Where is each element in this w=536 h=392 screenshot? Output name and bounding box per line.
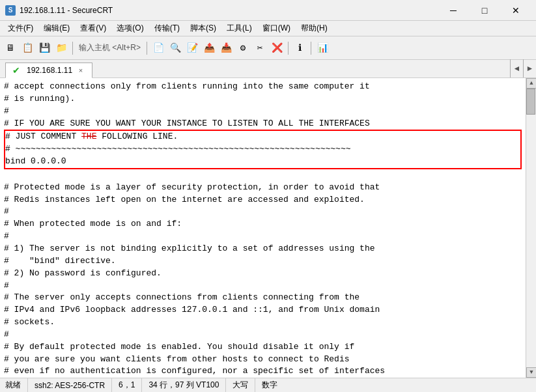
terminal-line: # ~~~~~~~~~~~~~~~~~~~~~~~~~~~~~~~~~~~~~~… [4, 143, 522, 156]
terminal-line: # IF YOU ARE SURE YOU WANT YOUR INSTANCE… [4, 118, 522, 130]
terminal-content[interactable]: # accept connections only from clients r… [0, 78, 526, 378]
terminal-line: # JUST COMMENT THE FOLLOWING LINE. [4, 130, 522, 143]
terminal-line: # 1) The server is not binding explicitl… [4, 243, 522, 255]
tab-bar: ✔ 192.168.1.11 × ◄ ► [0, 60, 536, 78]
status-connection-text: 就绪 [5, 380, 21, 391]
toolbar-input-area: 输入主机 <Alt+R> [79, 42, 143, 53]
app-icon: S [5, 5, 16, 16]
toolbar-btn-7[interactable]: 📝 [184, 40, 200, 56]
tab-check-icon: ✔ [12, 65, 20, 76]
toolbar-btn-1[interactable]: 🖥 [3, 40, 18, 56]
status-info-text: 34 行，97 列 VT100 [148, 380, 219, 391]
terminal-line: # The server only accepts connections fr… [4, 292, 522, 304]
toolbar-btn-13[interactable]: ℹ [292, 40, 307, 56]
terminal-line: # 2) No password is configured. [4, 268, 522, 280]
terminal-line: # even if no authentication is configure… [4, 365, 522, 378]
toolbar-sep-3 [288, 42, 289, 55]
maximize-button[interactable]: □ [470, 0, 500, 21]
window-controls: ─ □ ✕ [438, 0, 531, 21]
status-mode1-text: 大写 [233, 380, 248, 391]
status-encryption: ssh2: AES-256-CTR [28, 378, 112, 392]
tab-session[interactable]: ✔ 192.168.1.11 × [5, 63, 92, 78]
toolbar-btn-4[interactable]: 📁 [53, 40, 69, 56]
status-position: 6，1 [112, 378, 142, 392]
tab-next-btn[interactable]: ► [523, 59, 536, 77]
scrollbar-thumb[interactable] [526, 89, 535, 115]
toolbar-btn-12[interactable]: ❌ [269, 40, 285, 56]
toolbar-btn-3[interactable]: 💾 [36, 40, 52, 56]
scrollbar-down-btn[interactable]: ▼ [526, 367, 536, 378]
toolbar-btn-14[interactable]: 📊 [315, 40, 330, 56]
status-mode1: 大写 [226, 378, 255, 392]
scrollbar-track [526, 89, 536, 367]
menu-transfer[interactable]: 传输(T) [149, 21, 185, 36]
toolbar-btn-6[interactable]: 🔍 [167, 40, 183, 56]
toolbar-sep-1 [72, 42, 73, 55]
terminal-line: # sockets. [4, 316, 522, 329]
tab-close-btn[interactable]: × [76, 66, 85, 75]
toolbar-btn-11[interactable]: ✂ [252, 40, 268, 56]
tab-label: 192.168.1.11 [27, 66, 72, 75]
menu-file[interactable]: 文件(F) [3, 21, 38, 36]
terminal-wrapper: # accept connections only from clients r… [0, 78, 536, 378]
terminal-line: # accept connections only from clients r… [4, 81, 522, 93]
scrollbar: ▲ ▼ [526, 78, 536, 378]
menu-view[interactable]: 查看(V) [75, 21, 111, 36]
menu-script[interactable]: 脚本(S) [185, 21, 221, 36]
status-connection: 就绪 [5, 378, 28, 392]
status-mode2: 数字 [255, 378, 284, 392]
terminal-line: # IPv4 and IPv6 loopback addresses 127.0… [4, 304, 522, 316]
terminal-line: # When protected mode is on and if: [4, 218, 522, 231]
toolbar-btn-5[interactable]: 📄 [150, 40, 166, 56]
terminal-line: # "bind" directive. [4, 255, 522, 268]
terminal-line: # [4, 231, 522, 243]
terminal-line [4, 169, 522, 182]
terminal-line: # you are sure you want clients from oth… [4, 354, 522, 366]
close-button[interactable]: ✕ [501, 0, 531, 21]
terminal-line: # [4, 280, 522, 292]
toolbar-input-label: 输入主机 <Alt+R> [79, 42, 141, 53]
status-info: 34 行，97 列 VT100 [142, 378, 226, 392]
tab-prev-btn[interactable]: ◄ [510, 59, 523, 77]
menu-options[interactable]: 选项(O) [111, 21, 148, 36]
status-bar: 就绪 ssh2: AES-256-CTR 6，1 34 行，97 列 VT100… [0, 378, 536, 392]
window-title: 192.168.1.11 - SecureCRT [20, 6, 438, 15]
status-mode2-text: 数字 [262, 380, 277, 391]
tab-navigation: ◄ ► [510, 59, 536, 77]
toolbar: 🖥 📋 💾 📁 输入主机 <Alt+R> 📄 🔍 📝 📤 📥 ⚙ ✂ ❌ ℹ 📊 [0, 36, 536, 60]
toolbar-sep-2 [147, 42, 147, 55]
status-position-text: 6，1 [119, 380, 135, 391]
terminal-line: # is running). [4, 93, 522, 105]
menu-edit[interactable]: 编辑(E) [38, 21, 75, 36]
menu-help[interactable]: 帮助(H) [296, 21, 333, 36]
toolbar-btn-8[interactable]: 📤 [201, 40, 217, 56]
menu-tools[interactable]: 工具(L) [221, 21, 257, 36]
toolbar-btn-10[interactable]: ⚙ [235, 40, 251, 56]
toolbar-sep-4 [311, 42, 311, 55]
minimize-button[interactable]: ─ [438, 0, 468, 21]
terminal-line: # By default protected mode is enabled. … [4, 341, 522, 354]
menu-bar: 文件(F) 编辑(E) 查看(V) 选项(O) 传输(T) 脚本(S) 工具(L… [0, 21, 536, 36]
scrollbar-up-btn[interactable]: ▲ [526, 78, 536, 89]
terminal-line: # [4, 105, 522, 118]
menu-window[interactable]: 窗口(W) [257, 21, 296, 36]
terminal-line: # Protected mode is a layer of security … [4, 182, 522, 194]
toolbar-btn-9[interactable]: 📥 [218, 40, 234, 56]
terminal-line: bind 0.0.0.0 [4, 156, 522, 169]
title-bar: S 192.168.1.11 - SecureCRT ─ □ ✕ [0, 0, 536, 21]
toolbar-btn-2[interactable]: 📋 [20, 40, 35, 56]
terminal-line: # Redis instances left open on the inter… [4, 194, 522, 206]
terminal-line: # [4, 329, 522, 341]
status-encryption-text: ssh2: AES-256-CTR [35, 381, 105, 390]
terminal-line: # [4, 206, 522, 218]
